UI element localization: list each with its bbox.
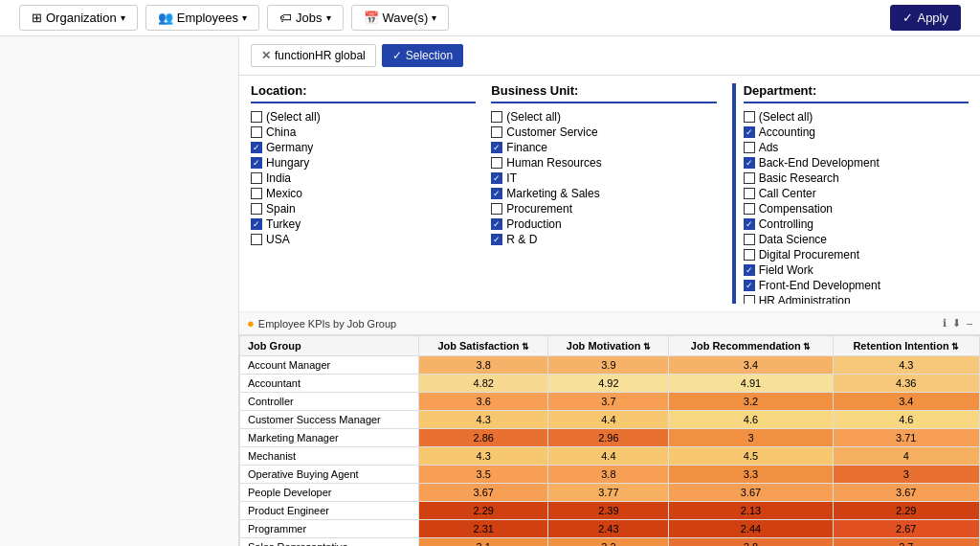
table-row: Mechanist4.34.44.54 — [240, 447, 980, 466]
dept-item[interactable]: ✓Front-End Development — [744, 278, 969, 293]
metric-value: 4 — [833, 447, 979, 466]
checkbox — [251, 234, 262, 245]
chevron-down-icon: ▾ — [121, 12, 125, 23]
item-label: USA — [266, 233, 290, 246]
location-item[interactable]: India — [251, 171, 476, 186]
left-panel — [0, 36, 239, 546]
bu-item[interactable]: ✓Marketing & Sales — [491, 186, 716, 201]
location-heading: Location: — [251, 83, 476, 103]
location-item[interactable]: USA — [251, 232, 476, 247]
table-row: Account Manager3.83.93.44.3 — [240, 356, 980, 375]
bu-item[interactable]: ✓R & D — [491, 232, 716, 247]
tab-functionhr[interactable]: ✕ functionHR global — [251, 44, 376, 67]
job-name: Accountant — [240, 375, 419, 393]
item-label: Compensation — [759, 202, 833, 216]
location-item[interactable]: Spain — [251, 201, 476, 216]
col-header-2: Job Motivation ⇅ — [548, 336, 669, 356]
location-item[interactable]: ✓Germany — [251, 140, 476, 155]
location-item[interactable]: ✓Turkey — [251, 216, 476, 232]
jobs-button[interactable]: 🏷 Jobs ▾ — [267, 5, 343, 31]
tab-selection[interactable]: ✓ Selection — [382, 44, 463, 67]
employees-button[interactable]: 👥 Employees ▾ — [145, 5, 259, 31]
metric-value: 3.4 — [669, 356, 833, 375]
item-label: Production — [506, 217, 561, 231]
dept-item[interactable]: Data Science — [744, 232, 969, 247]
bu-item[interactable]: Human Resources — [491, 155, 716, 171]
department-filter: Department: (Select all)✓AccountingAds✓B… — [732, 83, 969, 304]
checkbox — [744, 203, 755, 215]
dept-item[interactable]: (Select all) — [744, 109, 969, 125]
location-item[interactable]: ✓Hungary — [251, 155, 476, 171]
item-label: India — [266, 171, 291, 185]
employees-icon: 👥 — [158, 11, 173, 25]
metric-value: 4.91 — [669, 375, 833, 393]
table-row: People Developer3.673.773.673.67 — [240, 484, 980, 502]
location-item[interactable]: Mexico — [251, 186, 476, 201]
item-label: Germany — [266, 141, 313, 154]
bu-item[interactable]: Customer Service — [491, 125, 716, 140]
waves-button[interactable]: 📅 Wave(s) ▾ — [351, 5, 450, 31]
item-label: HR Administration — [759, 294, 851, 304]
location-list: (Select all)China✓Germany✓HungaryIndiaMe… — [251, 109, 476, 247]
job-name: Product Engineer — [240, 502, 419, 520]
sort-icon[interactable]: ⇅ — [801, 342, 812, 352]
metric-value: 2.13 — [669, 502, 833, 520]
sort-icon[interactable]: ⇅ — [949, 342, 960, 352]
item-label: Ads — [759, 141, 779, 154]
expand-icon[interactable]: – — [967, 317, 972, 330]
location-item[interactable]: (Select all) — [251, 109, 476, 125]
item-label: Controlling — [759, 217, 813, 231]
item-label: Spain — [266, 202, 296, 216]
check-icon: ✓ — [902, 11, 913, 25]
metric-value: 3.77 — [548, 484, 669, 502]
chevron-down-icon: ▾ — [242, 12, 247, 23]
table-row: Operative Buying Agent3.53.83.33 — [240, 466, 980, 484]
checkbox — [744, 188, 755, 199]
bu-item[interactable]: (Select all) — [491, 109, 716, 125]
bu-item[interactable]: ✓Production — [491, 216, 716, 232]
location-item[interactable]: China — [251, 125, 476, 140]
dept-item[interactable]: Basic Research — [744, 171, 969, 186]
checkbox — [251, 188, 262, 199]
table-header-bar: ● Employee KPIs by Job Group ℹ ⬇ – — [239, 312, 980, 335]
dept-item[interactable]: ✓Controlling — [744, 216, 969, 232]
organization-button[interactable]: ⊞ Organization ▾ — [19, 5, 138, 31]
dept-item[interactable]: ✓Back-End Development — [744, 155, 969, 171]
download-icon[interactable]: ⬇ — [952, 317, 961, 330]
checkbox — [744, 234, 755, 245]
checkbox — [491, 203, 502, 215]
table-title: ● Employee KPIs by Job Group — [247, 316, 396, 330]
filter-tabs: ✕ functionHR global ✓ Selection — [239, 36, 980, 76]
bu-item[interactable]: Procurement — [491, 201, 716, 216]
item-label: IT — [506, 171, 517, 185]
metric-value: 3.8 — [548, 466, 669, 484]
job-name: Mechanist — [240, 447, 419, 466]
checkbox: ✓ — [744, 280, 755, 291]
right-panel: ✕ functionHR global ✓ Selection Location… — [239, 36, 980, 546]
dept-item[interactable]: Compensation — [744, 201, 969, 216]
item-label: Turkey — [266, 217, 301, 231]
job-name: Programmer — [240, 520, 419, 538]
info-icon[interactable]: ℹ — [943, 317, 947, 330]
sort-icon[interactable]: ⇅ — [640, 342, 651, 352]
checkbox — [251, 203, 262, 215]
col-header-1: Job Satisfaction ⇅ — [419, 336, 548, 356]
dept-item[interactable]: Ads — [744, 140, 969, 155]
sort-icon[interactable]: ⇅ — [519, 342, 529, 352]
dept-item[interactable]: HR Administration — [744, 293, 969, 304]
item-label: China — [266, 125, 296, 139]
metric-value: 4.4 — [548, 411, 669, 429]
apply-button[interactable]: ✓ Apply — [890, 5, 961, 31]
checkbox — [744, 295, 755, 304]
bu-item[interactable]: ✓Finance — [491, 140, 716, 155]
dept-item[interactable]: Call Center — [744, 186, 969, 201]
metric-value: 2.29 — [419, 502, 548, 520]
bu-item[interactable]: ✓IT — [491, 171, 716, 186]
department-heading: Department: — [744, 83, 969, 103]
dept-item[interactable]: ✓Accounting — [744, 125, 969, 140]
dept-item[interactable]: ✓Field Work — [744, 262, 969, 278]
job-name: Marketing Manager — [240, 429, 419, 447]
dept-item[interactable]: Digital Procurement — [744, 247, 969, 262]
checkbox — [744, 172, 755, 184]
metric-value: 4.4 — [548, 447, 669, 466]
